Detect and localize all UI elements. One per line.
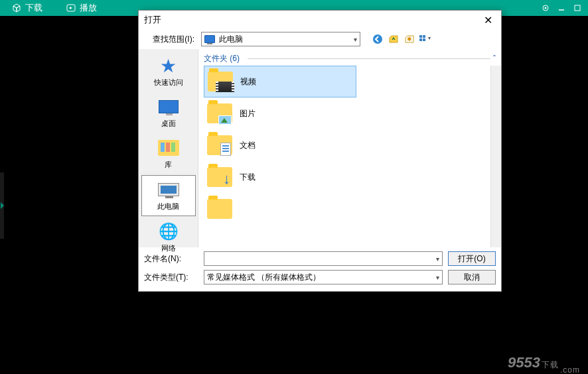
open-button[interactable]: 打开(O) (448, 251, 496, 266)
folder-pictures[interactable]: 图片 (204, 97, 356, 129)
file-area[interactable]: 视频 图片 文档 ↓ 下载 (198, 66, 501, 247)
svg-text:✱: ✱ (407, 36, 412, 42)
watermark-dom: .com (560, 365, 580, 374)
dialog-body: ★ 快速访问 桌面 库 此电脑 🌐 网络 文件夹 (6) (139, 49, 501, 247)
place-quickaccess[interactable]: ★ 快速访问 (141, 52, 196, 92)
dialog-titlebar: 打开 ✕ (139, 11, 501, 29)
dialog-bottom: 文件名(N): ▾ 打开(O) 文件类型(T): 常见媒体格式 （所有媒体格式）… (139, 247, 501, 291)
open-dialog: 打开 ✕ 查找范围(I): 此电脑 ▾ ✱ ★ 快速访问 桌面 (138, 10, 502, 292)
minimize-button[interactable] (555, 3, 568, 13)
cancel-button-label: 取消 (464, 272, 480, 283)
places-bar: ★ 快速访问 桌面 库 此电脑 🌐 网络 (139, 49, 198, 247)
network-icon: 🌐 (157, 221, 181, 241)
pc-icon (204, 35, 215, 43)
filetype-row: 文件类型(T): 常见媒体格式 （所有媒体格式） ▾ 取消 (144, 270, 496, 284)
divider (248, 58, 490, 59)
lookin-row: 查找范围(I): 此电脑 ▾ ✱ (139, 29, 501, 49)
maximize-button[interactable] (571, 3, 584, 13)
libraries-icon (157, 138, 181, 158)
group-header[interactable]: 文件夹 (6) ˆ (198, 49, 501, 66)
tab-download[interactable]: 下载 (0, 0, 54, 16)
videos-folder-icon (207, 70, 234, 94)
watermark: 9553 下载 .com (508, 354, 580, 371)
play-icon (66, 3, 76, 13)
filetype-label: 文件类型(T): (144, 272, 198, 283)
folder-icon (206, 197, 233, 221)
place-label: 此电脑 (157, 202, 179, 212)
filename-row: 文件名(N): ▾ 打开(O) (144, 251, 496, 266)
filename-input[interactable]: ▾ (204, 251, 443, 266)
settings-button[interactable] (539, 3, 552, 13)
dialog-close-button[interactable]: ✕ (480, 12, 496, 28)
thispc-icon (157, 180, 181, 200)
svg-rect-8 (423, 35, 425, 38)
lookin-value: 此电脑 (219, 34, 243, 45)
item-label: 文档 (240, 140, 256, 151)
folder-videos[interactable]: 视频 (204, 66, 356, 97)
filetype-value: 常见媒体格式 （所有媒体格式） (207, 272, 321, 283)
open-button-label: 打开(O) (458, 253, 485, 265)
svg-rect-9 (419, 38, 422, 41)
watermark-big: 9553 (508, 354, 540, 371)
chevron-down-icon: ▾ (354, 36, 357, 43)
cancel-button[interactable]: 取消 (448, 270, 496, 284)
left-dock-handle[interactable] (0, 172, 4, 239)
filename-label: 文件名(N): (144, 253, 198, 265)
window-controls (539, 3, 588, 13)
svg-rect-10 (423, 38, 425, 41)
place-label: 快速访问 (154, 78, 183, 88)
svg-point-2 (545, 7, 547, 9)
pictures-folder-icon (206, 101, 233, 125)
vertical-scrollbar[interactable] (490, 66, 501, 247)
folder-partial[interactable] (204, 193, 356, 225)
documents-folder-icon (206, 133, 233, 157)
new-folder-button[interactable]: ✱ (403, 32, 416, 46)
collapse-icon[interactable]: ˆ (493, 54, 496, 64)
svg-point-5 (373, 34, 382, 44)
svg-rect-4 (575, 5, 580, 11)
tab-label: 下载 (25, 2, 42, 14)
up-folder-button[interactable] (387, 32, 400, 46)
chevron-down-icon: ▾ (436, 255, 439, 263)
folder-downloads[interactable]: ↓ 下载 (204, 161, 356, 193)
watermark-small: 下载 (542, 359, 559, 371)
place-libraries[interactable]: 库 (141, 134, 196, 174)
lookin-combo[interactable]: 此电脑 ▾ (201, 32, 360, 46)
place-label: 桌面 (161, 119, 176, 129)
desktop-icon (157, 97, 181, 117)
item-label: 视频 (240, 76, 256, 88)
place-label: 库 (165, 160, 172, 170)
item-label: 图片 (240, 108, 256, 119)
star-icon: ★ (157, 56, 181, 76)
svg-rect-7 (419, 35, 422, 38)
box-icon (12, 3, 21, 13)
folder-documents[interactable]: 文档 (204, 129, 356, 161)
back-button[interactable] (371, 32, 384, 46)
dialog-title: 打开 (144, 14, 480, 26)
item-label: 下载 (240, 172, 256, 183)
place-desktop[interactable]: 桌面 (141, 93, 196, 133)
downloads-folder-icon: ↓ (206, 165, 233, 189)
group-title: 文件夹 (6) (204, 53, 240, 64)
filetype-select[interactable]: 常见媒体格式 （所有媒体格式） ▾ (204, 270, 443, 284)
tab-play[interactable]: 播放 (54, 0, 109, 16)
lookin-toolbar: ✱ (364, 32, 432, 46)
chevron-down-icon: ▾ (436, 274, 439, 281)
lookin-label: 查找范围(I): (144, 34, 197, 45)
file-listing: 文件夹 (6) ˆ 视频 图片 文档 ↓ 下载 (198, 49, 501, 247)
place-thispc[interactable]: 此电脑 (141, 175, 196, 216)
tab-label: 播放 (80, 2, 97, 14)
view-menu-button[interactable] (419, 32, 432, 46)
